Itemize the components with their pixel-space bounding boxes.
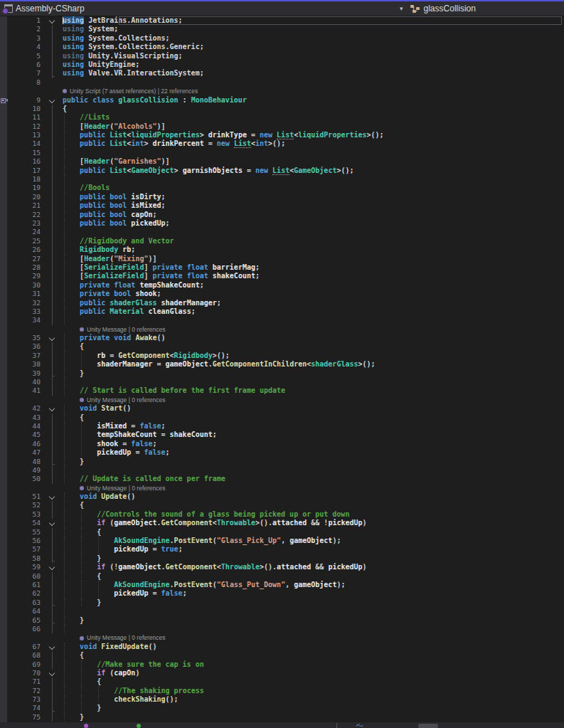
- code-text[interactable]: tempShakeCount = shakeCount;: [63, 431, 564, 439]
- code-line[interactable]: 52{: [0, 501, 564, 510]
- code-line[interactable]: 73checkShaking();: [0, 695, 564, 704]
- code-text[interactable]: // Update is called once per frame: [63, 475, 564, 483]
- code-line[interactable]: 28[SerializeField] private float barrier…: [0, 263, 564, 272]
- code-line[interactable]: 53//Controls the sound of a glass being …: [0, 510, 564, 519]
- code-text[interactable]: //Controls the sound of a glass being pi…: [63, 510, 564, 519]
- fold-chevron-icon[interactable]: [47, 669, 63, 677]
- code-line[interactable]: 12[Header("Alcohols")]: [0, 122, 564, 131]
- fold-chevron-icon[interactable]: [47, 643, 63, 651]
- codelens-text[interactable]: Unity Message | 0 references: [87, 396, 165, 404]
- code-line[interactable]: 67void FixedUpdate(): [0, 643, 564, 651]
- codelens-text[interactable]: Unity Script (7 asset references) | 22 r…: [70, 87, 198, 95]
- code-line[interactable]: 61AkSoundEngine.PostEvent("Glass_Put_Dow…: [0, 581, 564, 589]
- code-text[interactable]: pickedUp = true;: [63, 545, 564, 554]
- codelens-references[interactable]: Unity Message | 0 references: [63, 396, 564, 404]
- code-text[interactable]: }: [63, 704, 564, 712]
- code-line[interactable]: 42void Start(): [0, 404, 564, 413]
- code-text[interactable]: if (gameObject.GetComponent<Throwable>()…: [63, 519, 564, 527]
- code-line[interactable]: 22public bool capOn;: [0, 211, 564, 219]
- code-line[interactable]: 66: [0, 625, 564, 633]
- code-text[interactable]: AkSoundEngine.PostEvent("Glass_Pick_Up",…: [63, 537, 564, 545]
- code-text[interactable]: {: [63, 413, 564, 422]
- code-text[interactable]: using System;: [63, 25, 564, 33]
- type-dropdown[interactable]: glassCollision: [408, 1, 479, 16]
- code-line[interactable]: 46shook = false;: [0, 440, 564, 448]
- code-text[interactable]: [63, 78, 564, 87]
- code-line[interactable]: 16[Header("Garnishes")]: [0, 157, 564, 166]
- code-line[interactable]: 3using System.Collections;: [0, 34, 564, 43]
- code-text[interactable]: [63, 316, 564, 325]
- code-line[interactable]: 33public Material cleanGlass;: [0, 307, 564, 316]
- code-text[interactable]: }: [63, 616, 564, 625]
- code-text[interactable]: //Lists: [63, 113, 564, 122]
- code-text[interactable]: checkShaking();: [63, 695, 564, 704]
- code-line[interactable]: 60{: [0, 572, 564, 581]
- code-line[interactable]: 23public bool pickedUp;: [0, 219, 564, 228]
- code-line[interactable]: 15: [0, 149, 564, 157]
- code-line[interactable]: 29[SerializeField] private float shakeCo…: [0, 272, 564, 280]
- code-text[interactable]: using System.Collections.Generic;: [63, 43, 564, 51]
- code-text[interactable]: // Start is called before the first fram…: [63, 386, 564, 395]
- code-text[interactable]: if (capOn): [63, 669, 564, 677]
- code-line[interactable]: 35private void Awake(): [0, 334, 564, 342]
- code-text[interactable]: if (!gameObject.GetComponent<Throwable>(…: [63, 563, 564, 571]
- code-text[interactable]: {: [63, 677, 564, 686]
- code-text[interactable]: public bool capOn;: [63, 211, 564, 219]
- code-text[interactable]: public List<GameObject> garnishObjects =…: [63, 167, 564, 175]
- code-text[interactable]: [63, 378, 564, 386]
- codelens-references[interactable]: Unity Message | 0 references: [63, 325, 564, 334]
- code-text[interactable]: }: [63, 458, 564, 466]
- fold-chevron-icon[interactable]: [47, 404, 63, 413]
- code-text[interactable]: public bool isMixed;: [63, 201, 564, 210]
- code-line[interactable]: 26Rigidbody rb;: [0, 246, 564, 254]
- code-line[interactable]: 44isMixed = false;: [0, 422, 564, 431]
- code-text[interactable]: [63, 607, 564, 616]
- code-line[interactable]: 65}: [0, 616, 564, 625]
- codelens-row[interactable]: Unity Message | 0 references: [0, 325, 564, 334]
- code-line[interactable]: 31private bool shook;: [0, 290, 564, 298]
- code-text[interactable]: void FixedUpdate(): [63, 643, 564, 651]
- code-line[interactable]: 71{: [0, 677, 564, 686]
- code-text[interactable]: }: [63, 369, 564, 378]
- code-line[interactable]: 17public List<GameObject> garnishObjects…: [0, 167, 564, 175]
- code-line[interactable]: 14public List<int> drinkPercent = new Li…: [0, 139, 564, 148]
- code-text[interactable]: [SerializeField] private float shakeCoun…: [63, 272, 564, 280]
- code-text[interactable]: private bool shook;: [63, 290, 564, 298]
- code-line[interactable]: 6using UnityEngine;: [0, 60, 564, 69]
- code-line[interactable]: 51void Update(): [0, 492, 564, 501]
- code-text[interactable]: }: [63, 598, 564, 607]
- fold-chevron-icon[interactable]: [47, 563, 63, 571]
- code-text[interactable]: shook = false;: [63, 440, 564, 448]
- code-line[interactable]: 39}: [0, 369, 564, 378]
- codelens-references[interactable]: Unity Message | 0 references: [63, 633, 564, 642]
- code-line[interactable]: 2using System;: [0, 25, 564, 33]
- code-line[interactable]: 72//The shaking process: [0, 687, 564, 695]
- code-text[interactable]: {: [63, 572, 564, 581]
- code-line[interactable]: 4using System.Collections.Generic;: [0, 43, 564, 51]
- code-text[interactable]: //The shaking process: [63, 687, 564, 695]
- code-line[interactable]: 48}: [0, 458, 564, 466]
- fold-chevron-icon[interactable]: [47, 492, 63, 501]
- code-line[interactable]: 40: [0, 378, 564, 386]
- inheritance-glyph-icon[interactable]: ↑: [0, 96, 7, 105]
- code-text[interactable]: public bool isDirty;: [63, 193, 564, 201]
- code-line[interactable]: 11//Lists: [0, 113, 564, 122]
- code-text[interactable]: using JetBrains.Annotations;: [63, 16, 564, 25]
- code-text[interactable]: AkSoundEngine.PostEvent("Glass_Put_Down"…: [63, 581, 564, 589]
- code-line[interactable]: 25//Rigidbody and Vector: [0, 237, 564, 246]
- code-text[interactable]: {: [63, 342, 564, 351]
- code-text[interactable]: using Unity.VisualScripting;: [63, 52, 564, 60]
- code-text[interactable]: [63, 175, 564, 184]
- fold-chevron-icon[interactable]: [47, 334, 63, 342]
- codelens-row[interactable]: Unity Script (7 asset references) | 22 r…: [0, 87, 564, 95]
- code-line[interactable]: 57pickedUp = true;: [0, 545, 564, 554]
- code-line[interactable]: 1using JetBrains.Annotations;: [0, 16, 564, 25]
- code-text[interactable]: public List<liquidProperties> drinkType …: [63, 131, 564, 139]
- code-line[interactable]: 68{: [0, 651, 564, 660]
- code-line[interactable]: 20public bool isDirty;: [0, 193, 564, 201]
- code-line[interactable]: 69//Make sure the cap is on: [0, 660, 564, 669]
- code-line[interactable]: 47pickedUp = false;: [0, 448, 564, 457]
- code-line[interactable]: 58}: [0, 554, 564, 563]
- chevron-down-icon[interactable]: ▾: [395, 5, 408, 12]
- codelens-references[interactable]: Unity Script (7 asset references) | 22 r…: [63, 87, 564, 95]
